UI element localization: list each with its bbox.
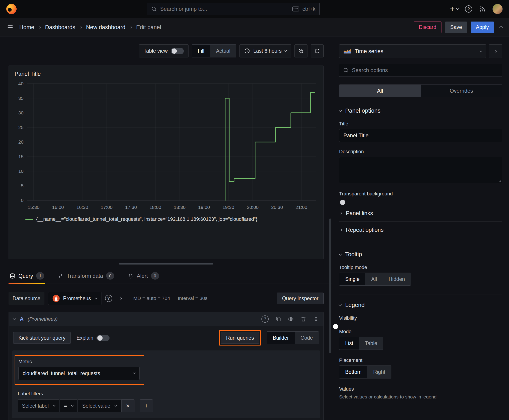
metric-select[interactable]: cloudflared_tunnel_total_requests <box>18 367 140 380</box>
apply-button[interactable]: Apply <box>471 22 494 33</box>
actual-option[interactable]: Actual <box>210 45 236 57</box>
add-menu-button[interactable]: + <box>450 4 458 14</box>
tooltip-all-option[interactable]: All <box>365 273 383 285</box>
table-view-label: Table view <box>144 48 168 54</box>
datasource-expand-button[interactable] <box>116 293 126 303</box>
panel-options-header[interactable]: Panel options <box>339 107 502 114</box>
kick-start-button[interactable]: Kick start your query <box>13 332 71 344</box>
legend-placement-bottom[interactable]: Bottom <box>339 366 367 378</box>
transparent-bg-label: Transparent background <box>339 191 502 197</box>
datasource-picker[interactable]: Prometheus <box>48 292 101 305</box>
operator-value: = <box>64 403 67 409</box>
fill-option[interactable]: Fill <box>192 45 210 57</box>
panel-preview: Panel Title 051015202530354015:3016:0016… <box>8 66 324 259</box>
chevron-right-icon <box>38 26 41 29</box>
transform-count-badge: 0 <box>106 272 114 279</box>
svg-text:30: 30 <box>18 110 23 115</box>
legend-mode-list[interactable]: List <box>339 337 359 350</box>
query-row-header[interactable]: A (Prometheus) ? <box>9 312 323 326</box>
breadcrumb-new-dashboard[interactable]: New dashboard <box>86 24 125 30</box>
breadcrumb: Home Dashboards New dashboard Edit panel <box>19 24 161 30</box>
builder-code-group: Builder Code <box>267 331 319 344</box>
discard-button[interactable]: Discard <box>414 22 441 33</box>
duplicate-query-icon[interactable] <box>275 316 281 322</box>
panel-title: Panel Title <box>15 71 319 77</box>
tab-transform-label: Transform data <box>67 273 103 279</box>
code-option[interactable]: Code <box>295 332 319 344</box>
viz-suggestions-button[interactable] <box>489 45 502 58</box>
select-value-dropdown[interactable]: Select value <box>78 399 121 412</box>
hide-query-icon[interactable] <box>288 316 294 322</box>
description-textarea[interactable] <box>339 157 502 183</box>
tutorial-highlight-run-queries: Run queries <box>219 330 261 345</box>
zoom-out-icon <box>298 48 304 54</box>
tab-alert[interactable]: Alert 0 <box>127 269 160 284</box>
panel-title-input[interactable] <box>339 129 502 142</box>
legend-placement-right[interactable]: Right <box>367 366 391 378</box>
tooltip-single-option[interactable]: Single <box>339 273 365 285</box>
query-builder-body: Metric cloudflared_tunnel_total_requests… <box>12 351 320 418</box>
repeat-options-label: Repeat options <box>346 227 384 233</box>
mega-menu-icon[interactable] <box>7 24 14 31</box>
search-icon <box>151 6 157 12</box>
svg-text:10: 10 <box>18 168 23 174</box>
breadcrumb-edit-panel: Edit panel <box>136 24 161 30</box>
tooltip-header[interactable]: Tooltip <box>339 251 502 258</box>
select-label-dropdown[interactable]: Select label <box>18 399 59 412</box>
operator-dropdown[interactable]: = <box>60 399 77 412</box>
panel-resize-handle[interactable] <box>119 263 213 264</box>
legend-header[interactable]: Legend <box>339 301 502 308</box>
left-scrollbar[interactable] <box>329 218 331 353</box>
chevron-right-icon <box>129 26 132 29</box>
help-button[interactable]: ? <box>465 5 472 13</box>
user-avatar[interactable] <box>492 4 503 14</box>
time-range-picker[interactable]: Last 6 hours <box>239 45 291 57</box>
bell-icon <box>128 273 134 279</box>
tooltip-hidden-option[interactable]: Hidden <box>383 273 411 285</box>
news-broadcast-icon[interactable] <box>479 6 486 12</box>
query-inspector-button[interactable]: Query inspector <box>277 292 324 304</box>
svg-text:16:00: 16:00 <box>52 205 64 210</box>
breadcrumb-dashboards[interactable]: Dashboards <box>45 24 76 30</box>
options-search-input[interactable] <box>352 67 498 73</box>
remove-filter-button[interactable]: × <box>122 399 134 412</box>
search-shortcut: ctrl+k <box>302 6 315 12</box>
query-ref-id: A <box>20 316 23 322</box>
datasource-help-button[interactable]: ? <box>105 295 112 302</box>
query-help-button[interactable]: ? <box>261 315 269 323</box>
table-view-toggle[interactable] <box>171 48 184 54</box>
global-search[interactable]: Search or jump to... ctrl+k <box>147 3 319 15</box>
global-search-placeholder: Search or jump to... <box>160 6 207 12</box>
drag-handle-icon[interactable] <box>313 316 319 322</box>
visualization-picker[interactable]: Time series <box>339 45 486 58</box>
panel-links-row[interactable]: Panel links <box>339 205 502 221</box>
explain-toggle[interactable] <box>97 335 109 341</box>
tab-query[interactable]: Query 1 <box>8 269 45 284</box>
repeat-options-row[interactable]: Repeat options <box>339 221 502 238</box>
run-queries-button[interactable]: Run queries <box>221 332 259 344</box>
save-button[interactable]: Save <box>445 22 467 33</box>
refresh-button[interactable] <box>311 45 324 57</box>
legend-item[interactable]: {__name__="cloudflared_tunnel_total_requ… <box>25 216 319 222</box>
zoom-out-button[interactable] <box>295 45 307 57</box>
table-view-control[interactable]: Table view <box>139 45 189 57</box>
breadcrumb-home[interactable]: Home <box>19 24 34 30</box>
add-filter-button[interactable]: + <box>140 399 153 412</box>
tab-transform[interactable]: Transform data 0 <box>57 269 115 284</box>
delete-query-icon[interactable] <box>301 316 306 322</box>
select-value-placeholder: Select value <box>82 403 110 409</box>
options-search[interactable] <box>339 64 502 77</box>
panel-edit-area: Table view Fill Actual Last 6 hours Pane… <box>0 37 332 420</box>
tab-all[interactable]: All <box>339 85 421 97</box>
select-label-placeholder: Select label <box>22 403 49 409</box>
legend-mode-table[interactable]: Table <box>359 337 383 350</box>
tab-overrides[interactable]: Overrides <box>421 85 502 97</box>
collapse-query-icon[interactable] <box>13 316 16 320</box>
svg-text:16:30: 16:30 <box>76 205 88 210</box>
builder-option[interactable]: Builder <box>267 332 295 344</box>
chevron-down-icon <box>339 303 342 306</box>
legend-mode-group: List Table <box>339 337 383 350</box>
collapse-options-icon[interactable] <box>499 26 503 30</box>
grafana-logo[interactable] <box>6 4 17 14</box>
options-tabs: All Overrides <box>339 84 502 97</box>
